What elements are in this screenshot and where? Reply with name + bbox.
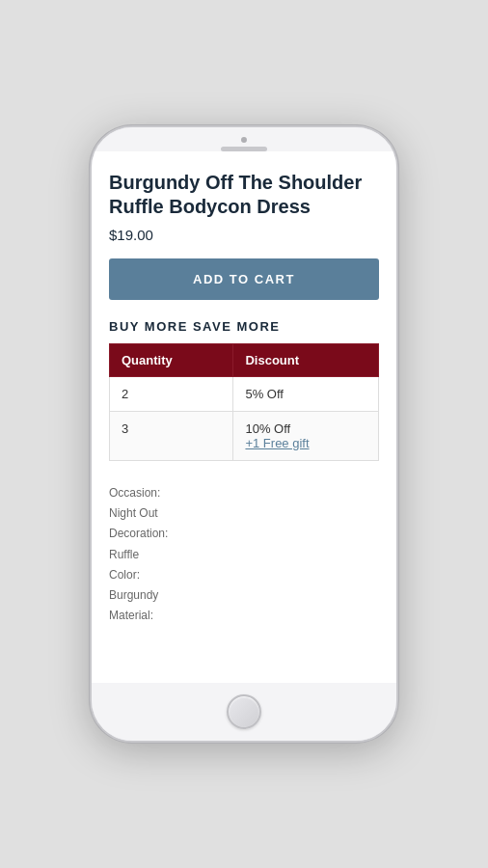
- color-value-row: Burgundy: [109, 586, 379, 605]
- occasion-value-row: Night Out: [109, 504, 379, 523]
- phone-frame: Burgundy Off The Shoulder Ruffle Bodycon…: [90, 125, 398, 743]
- decoration-value: Ruffle: [109, 548, 139, 561]
- table-row: 3 10% Off +1 Free gift: [110, 412, 379, 461]
- home-button[interactable]: [227, 694, 261, 729]
- speaker-bar: [221, 147, 267, 151]
- add-to-cart-button[interactable]: ADD TO CART: [109, 258, 379, 300]
- phone-screen: Burgundy Off The Shoulder Ruffle Bodycon…: [92, 151, 396, 683]
- product-price: $19.00: [109, 227, 379, 243]
- quantity-cell-1: 2: [110, 377, 233, 412]
- color-label: Color:: [109, 568, 140, 582]
- table-row: 2 5% Off: [110, 377, 379, 412]
- occasion-label: Occasion:: [109, 486, 160, 500]
- quantity-col-header: Quantity: [110, 344, 233, 377]
- discount-value-2: 10% Off: [245, 421, 290, 436]
- camera-dot: [241, 137, 247, 143]
- free-gift-link[interactable]: +1 Free gift: [245, 436, 366, 450]
- decoration-value-row: Ruffle: [109, 546, 379, 564]
- quantity-cell-2: 3: [110, 412, 233, 461]
- color-row: Color:: [109, 566, 379, 584]
- discount-table: Quantity Discount 2 5% Off 3 10% Off +1 …: [109, 343, 379, 461]
- phone-bottom-bar: [92, 683, 396, 741]
- product-title: Burgundy Off The Shoulder Ruffle Bodycon…: [109, 171, 379, 219]
- product-details: Occasion: Night Out Decoration: Ruffle C…: [109, 484, 379, 625]
- material-row: Material:: [109, 607, 379, 625]
- color-value: Burgundy: [109, 588, 158, 602]
- buy-more-section-label: BUY MORE SAVE MORE: [109, 319, 379, 334]
- discount-cell-1: 5% Off: [233, 377, 379, 412]
- occasion-value: Night Out: [109, 506, 158, 520]
- discount-cell-2: 10% Off +1 Free gift: [233, 412, 379, 461]
- material-label: Material:: [109, 609, 153, 622]
- occasion-row: Occasion:: [109, 484, 379, 502]
- phone-top-bar: [92, 127, 396, 151]
- decoration-label: Decoration:: [109, 527, 168, 540]
- discount-col-header: Discount: [233, 344, 379, 377]
- decoration-row: Decoration:: [109, 525, 379, 543]
